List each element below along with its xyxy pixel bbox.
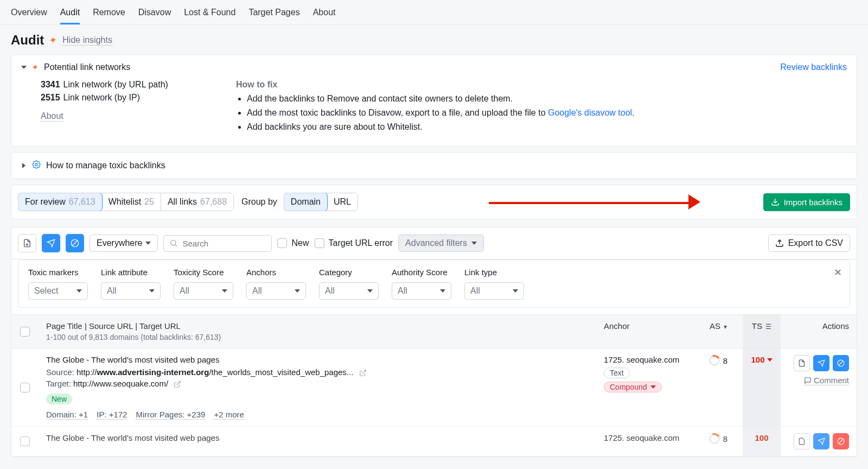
block-icon[interactable]: [66, 234, 84, 252]
review-backlinks-link[interactable]: Review backlinks: [780, 62, 847, 72]
external-link-icon[interactable]: [174, 381, 181, 388]
chevron-down-icon: [471, 242, 477, 245]
filters-panel: Toxic markers Select Link attribute All …: [11, 259, 857, 314]
filter-dropdown[interactable]: All: [101, 282, 161, 300]
chevron-down-icon: [145, 242, 151, 245]
nav-tab-remove[interactable]: Remove: [93, 4, 125, 24]
meta-link[interactable]: +2 more: [214, 410, 244, 420]
row-checkbox[interactable]: [11, 348, 39, 426]
meta-link[interactable]: IP: +172: [97, 410, 127, 420]
bolt-icon: [49, 35, 57, 45]
chevron-down-icon: [650, 385, 656, 389]
svg-line-5: [176, 245, 177, 246]
select-all-checkbox[interactable]: [11, 315, 39, 348]
column-as[interactable]: AS ▾: [694, 315, 743, 348]
tab-all-links[interactable]: All links67,688: [161, 193, 233, 211]
as-value: 8: [701, 355, 735, 366]
chevron-down-icon: [513, 289, 518, 293]
list-file-icon[interactable]: [18, 234, 36, 252]
row-file-icon[interactable]: [794, 355, 810, 371]
nav-tab-targetpages[interactable]: Target Pages: [248, 4, 299, 24]
tab-for-review[interactable]: For review67,613: [18, 193, 103, 211]
send-icon[interactable]: [42, 234, 60, 252]
groupby-url[interactable]: URL: [327, 193, 358, 211]
comment-link[interactable]: Comment: [804, 376, 849, 385]
annotation-arrow: [489, 194, 700, 210]
filter-dropdown[interactable]: Select: [28, 282, 88, 300]
nav-tab-about[interactable]: About: [313, 4, 336, 24]
search-box[interactable]: [163, 235, 272, 252]
filter-dropdown[interactable]: All: [246, 282, 306, 300]
filter-dropdown[interactable]: All: [464, 282, 524, 300]
row-source[interactable]: Source: http://www.advertising-internet.…: [46, 367, 589, 377]
target-error-checkbox[interactable]: Target URL error: [315, 238, 393, 248]
nav-tab-audit[interactable]: Audit: [60, 4, 80, 24]
compound-pill[interactable]: Compound: [604, 382, 662, 392]
new-checkbox[interactable]: New: [277, 238, 309, 248]
manage-card-header[interactable]: How to manage toxic backlinks: [11, 153, 857, 179]
sub-toolbar: Everywhere New Target URL error Advanced…: [11, 227, 857, 259]
gauge-icon: [707, 432, 722, 446]
row-block-icon[interactable]: [833, 355, 849, 371]
meta-link[interactable]: Mirror Pages: +239: [136, 410, 205, 420]
groupby-domain[interactable]: Domain: [284, 193, 328, 211]
insight-card-header[interactable]: Potential link networks Review backlinks: [11, 55, 857, 80]
row-block-icon[interactable]: [833, 433, 849, 449]
svg-point-4: [171, 240, 176, 245]
row-file-icon[interactable]: [794, 433, 810, 449]
column-anchor[interactable]: Anchor: [596, 315, 694, 348]
page-titlebar: Audit Hide insights: [0, 25, 868, 54]
chevron-down-icon: ▾: [724, 323, 727, 331]
about-link[interactable]: About: [41, 111, 63, 122]
filter-toxic-markers: Toxic markers Select: [28, 268, 88, 300]
search-input[interactable]: [182, 239, 266, 248]
svg-point-0: [35, 163, 37, 166]
bolt-icon: [32, 63, 39, 72]
export-csv-button[interactable]: Export to CSV: [768, 234, 850, 252]
howfix-item: Add the most toxic backlinks to Disavow,…: [247, 108, 847, 118]
row-title[interactable]: The Globe - The world's most visited web…: [46, 355, 589, 364]
row-target[interactable]: Target: http://www.seoquake.com/: [46, 379, 589, 388]
row-send-icon[interactable]: [813, 433, 829, 449]
filter-dropdown[interactable]: All: [392, 282, 451, 300]
gear-icon: [32, 160, 41, 171]
chevron-down-icon: [367, 289, 373, 293]
new-badge: New: [46, 394, 72, 404]
chevron-down-icon: [295, 289, 300, 293]
hide-insights-link[interactable]: Hide insights: [62, 35, 112, 46]
tab-whitelist[interactable]: Whitelist25: [102, 193, 161, 211]
import-backlinks-button[interactable]: Import backlinks: [763, 193, 850, 211]
row-title[interactable]: The Globe - The world's most visited web…: [46, 433, 589, 442]
nav-tab-disavow[interactable]: Disavow: [138, 4, 171, 24]
ts-value[interactable]: 100: [751, 355, 772, 364]
groupby-segment: Domain URL: [284, 193, 358, 211]
anchor-type-pill: Text: [604, 367, 630, 378]
filter-dropdown[interactable]: All: [174, 282, 233, 300]
table-row: The Globe - The world's most visited web…: [11, 348, 857, 427]
top-nav: Overview Audit Remove Disavow Lost & Fou…: [0, 0, 868, 25]
nav-tab-lostfound[interactable]: Lost & Found: [184, 4, 235, 24]
svg-line-3: [72, 240, 77, 245]
gauge-icon: [707, 353, 722, 367]
disavow-tool-link[interactable]: Google's disavow tool: [548, 108, 632, 117]
ts-value[interactable]: 100: [755, 433, 768, 442]
filter-dropdown[interactable]: All: [319, 282, 379, 300]
chevron-down-icon: [21, 66, 27, 69]
anchor-text: 1725. seoquake.com: [604, 355, 686, 364]
row-send-icon[interactable]: [813, 355, 829, 371]
meta-link[interactable]: Domain: +1: [46, 410, 88, 420]
external-link-icon[interactable]: [359, 369, 367, 377]
svg-line-7: [362, 370, 365, 373]
howfix-item: Add the backlinks to Remove and contact …: [247, 94, 847, 104]
column-actions: Actions: [781, 315, 857, 348]
nav-tab-overview[interactable]: Overview: [11, 4, 47, 24]
table-header: Page Title | Source URL | Target URL 1-1…: [11, 314, 857, 348]
results-table: Page Title | Source URL | Target URL 1-1…: [11, 314, 857, 457]
chevron-down-icon: [222, 289, 227, 293]
close-filters-icon[interactable]: ✕: [834, 267, 842, 278]
advanced-filters-button[interactable]: Advanced filters: [398, 234, 484, 252]
column-ts[interactable]: TS ☰: [743, 315, 781, 348]
row-checkbox[interactable]: [11, 427, 39, 456]
scope-dropdown[interactable]: Everywhere: [90, 234, 158, 252]
column-page-title[interactable]: Page Title | Source URL | Target URL 1-1…: [39, 315, 596, 348]
